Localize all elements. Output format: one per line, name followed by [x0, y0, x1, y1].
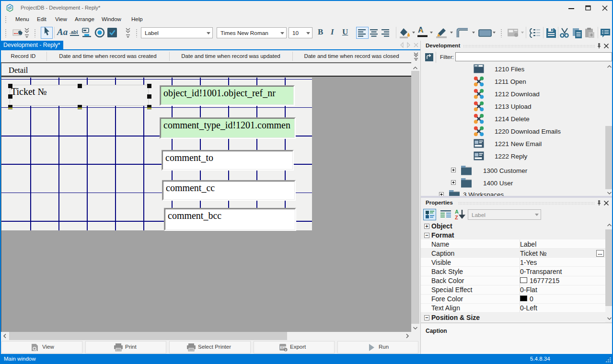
svg-text:Z: Z — [455, 215, 458, 220]
svg-text:abl: abl — [71, 30, 78, 35]
svg-text:A: A — [455, 209, 459, 215]
